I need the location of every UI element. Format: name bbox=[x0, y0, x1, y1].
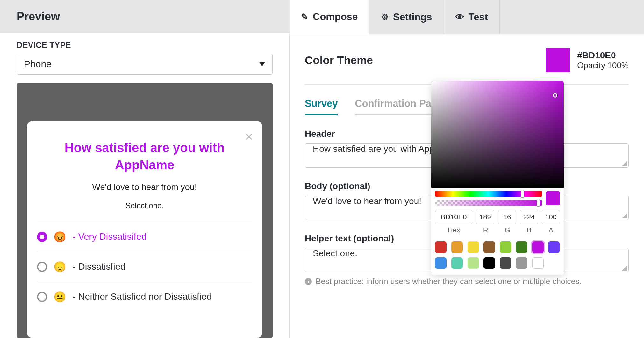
input-value: We'd love to hear from you! bbox=[313, 196, 421, 206]
chevron-down-icon bbox=[259, 62, 265, 66]
preset-swatch[interactable] bbox=[483, 257, 495, 269]
preset-swatch[interactable] bbox=[532, 241, 544, 253]
tab-label: Compose bbox=[313, 11, 358, 23]
best-practice-hint: i Best practice: inform users whether th… bbox=[305, 277, 629, 286]
preset-swatch[interactable] bbox=[435, 241, 447, 253]
option-text: - Neither Satisfied nor Dissatisfied bbox=[73, 291, 212, 302]
preview-header: Preview bbox=[0, 0, 289, 33]
survey-helper: Select one. bbox=[35, 201, 254, 210]
eye-icon: 👁 bbox=[455, 12, 464, 22]
survey-header: How satisfied are you with AppName bbox=[35, 133, 254, 173]
resize-handle-icon[interactable] bbox=[622, 266, 627, 271]
g-label: G bbox=[498, 226, 516, 234]
color-hex-display: #BD10E0 bbox=[577, 50, 629, 61]
radio-icon bbox=[37, 262, 47, 272]
survey-option[interactable]: 😐 - Neither Satisfied nor Dissatisfied bbox=[37, 282, 252, 312]
preset-swatch-grid bbox=[431, 234, 564, 269]
saturation-value-canvas[interactable] bbox=[431, 81, 564, 188]
preview-title: Preview bbox=[17, 10, 60, 23]
option-text: - Dissatisfied bbox=[73, 261, 125, 272]
preset-swatch[interactable] bbox=[500, 241, 511, 253]
tab-test[interactable]: 👁 Test bbox=[444, 0, 500, 34]
info-icon: i bbox=[305, 278, 312, 285]
b-input[interactable]: 224 bbox=[520, 210, 538, 224]
alpha-slider[interactable] bbox=[435, 200, 542, 206]
close-icon[interactable]: × bbox=[245, 130, 253, 143]
pencil-icon: ✎ bbox=[301, 12, 308, 22]
hue-slider[interactable] bbox=[435, 191, 542, 197]
radio-icon bbox=[37, 292, 47, 302]
preset-swatch[interactable] bbox=[451, 241, 463, 253]
tab-label: Test bbox=[469, 11, 488, 23]
device-type-value: Phone bbox=[24, 59, 52, 70]
a-label: A bbox=[542, 226, 560, 234]
preset-swatch[interactable] bbox=[516, 241, 527, 253]
resize-handle-icon[interactable] bbox=[622, 213, 627, 218]
tab-label: Settings bbox=[393, 11, 432, 23]
input-value: Select one. bbox=[313, 248, 357, 258]
subtab-survey[interactable]: Survey bbox=[305, 98, 338, 115]
survey-body: We'd love to hear from you! bbox=[35, 182, 254, 192]
preset-swatch[interactable] bbox=[435, 257, 447, 269]
hex-label: Hex bbox=[435, 226, 473, 234]
slider-thumb[interactable] bbox=[521, 190, 524, 198]
preset-swatch[interactable] bbox=[451, 257, 463, 269]
color-opacity-display: Opacity 100% bbox=[577, 61, 629, 70]
tab-settings[interactable]: ⚙ Settings bbox=[369, 0, 444, 34]
r-input[interactable]: 189 bbox=[476, 210, 494, 224]
preset-swatch[interactable] bbox=[516, 257, 527, 269]
color-preview-chip bbox=[546, 191, 560, 205]
hex-input[interactable]: BD10E0 bbox=[435, 210, 472, 224]
tab-compose[interactable]: ✎ Compose bbox=[290, 0, 369, 34]
emoji-icon: 😐 bbox=[54, 292, 66, 302]
preset-swatch[interactable] bbox=[483, 241, 495, 253]
r-label: R bbox=[476, 226, 494, 234]
emoji-icon: 😞 bbox=[54, 262, 66, 272]
preset-swatch[interactable] bbox=[468, 241, 479, 253]
preset-swatch[interactable] bbox=[500, 257, 511, 269]
survey-option[interactable]: 😞 - Dissatisfied bbox=[37, 252, 252, 282]
emoji-icon: 😡 bbox=[54, 232, 66, 242]
survey-option[interactable]: 😡 - Very Dissatisifed bbox=[37, 222, 252, 252]
a-input[interactable]: 100 bbox=[542, 210, 560, 224]
slider-thumb[interactable] bbox=[537, 199, 540, 207]
device-type-select[interactable]: Phone bbox=[17, 54, 273, 75]
resize-handle-icon[interactable] bbox=[622, 161, 627, 166]
gear-icon: ⚙ bbox=[381, 12, 389, 22]
g-input[interactable]: 16 bbox=[498, 210, 516, 224]
color-theme-title: Color Theme bbox=[305, 54, 373, 67]
color-theme-swatch-button[interactable]: #BD10E0 Opacity 100% bbox=[546, 48, 629, 72]
phone-preview-frame: × How satisfied are you with AppName We'… bbox=[17, 83, 273, 338]
preset-swatch[interactable] bbox=[532, 257, 544, 269]
best-practice-text: Best practice: inform users whether they… bbox=[316, 277, 582, 286]
radio-icon bbox=[37, 232, 47, 242]
color-picker-popover: BD10E0 189 16 224 100 Hex R G B A bbox=[431, 81, 564, 275]
subtab-confirmation[interactable]: Confirmation Page bbox=[355, 98, 443, 115]
color-swatch bbox=[546, 48, 570, 72]
main-tab-bar: ✎ Compose ⚙ Settings 👁 Test bbox=[290, 0, 644, 34]
color-thumb[interactable] bbox=[553, 93, 557, 98]
b-label: B bbox=[520, 226, 538, 234]
preset-swatch[interactable] bbox=[468, 257, 479, 269]
survey-card: × How satisfied are you with AppName We'… bbox=[27, 121, 262, 338]
option-text: - Very Dissatisifed bbox=[73, 231, 147, 242]
device-type-label: DEVICE TYPE bbox=[17, 40, 273, 50]
preset-swatch[interactable] bbox=[548, 241, 560, 253]
